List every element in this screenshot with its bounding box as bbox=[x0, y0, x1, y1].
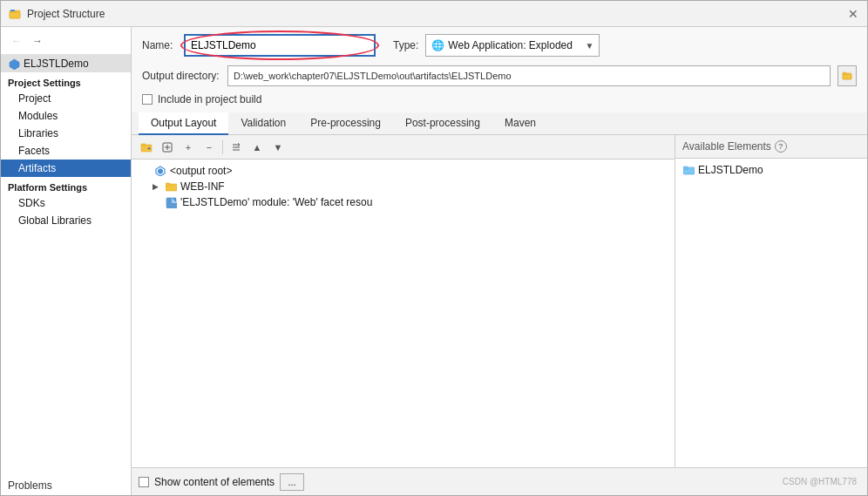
back-button[interactable]: ← bbox=[8, 32, 25, 50]
type-label: Type: bbox=[393, 39, 418, 51]
title-bar-left: Project Structure bbox=[8, 7, 105, 21]
tree-item-webinf[interactable]: ▶ WEB-INF bbox=[132, 179, 675, 194]
create-folder-button[interactable]: + bbox=[137, 139, 156, 156]
right-panel: Name: Type: 🌐 Web Application: Exploded … bbox=[132, 27, 867, 495]
svg-rect-20 bbox=[166, 183, 170, 186]
svg-marker-4 bbox=[10, 59, 19, 70]
artifact-icon bbox=[8, 58, 20, 70]
sort-button[interactable] bbox=[227, 139, 246, 156]
svg-rect-7 bbox=[843, 72, 846, 74]
main-content: ← → ELJSTLDemo Project Settings Project … bbox=[1, 27, 867, 495]
tree-item-output-root[interactable]: <output root> bbox=[132, 163, 675, 179]
add-button[interactable]: + bbox=[179, 139, 198, 156]
right-layout: Available Elements ? ELJSTLDemo bbox=[675, 135, 867, 467]
webinf-folder-icon bbox=[165, 180, 177, 193]
include-build-label: Include in project build bbox=[158, 93, 261, 105]
svg-rect-25 bbox=[683, 166, 688, 169]
platform-settings-header: Platform Settings bbox=[1, 177, 131, 194]
project-settings-header: Project Settings bbox=[1, 72, 131, 90]
include-build-checkbox[interactable] bbox=[142, 94, 153, 105]
available-elements-label: Available Elements bbox=[682, 140, 771, 153]
bottom-bar: Show content of elements ... CSDN @HTML7… bbox=[132, 467, 867, 495]
layout-area: + + − bbox=[132, 135, 867, 467]
help-icon: ? bbox=[775, 140, 787, 153]
sidebar: ← → ELJSTLDemo Project Settings Project … bbox=[1, 27, 132, 495]
show-content-label: Show content of elements bbox=[154, 476, 275, 488]
svg-marker-18 bbox=[158, 168, 163, 174]
sidebar-item-project[interactable]: Project bbox=[1, 90, 131, 107]
type-dropdown-arrow: ▼ bbox=[585, 41, 593, 51]
available-elements-header: Available Elements ? bbox=[675, 135, 867, 159]
sidebar-item-facets[interactable]: Facets bbox=[1, 142, 131, 160]
remove-button[interactable]: − bbox=[200, 139, 219, 156]
tab-output-layout[interactable]: Output Layout bbox=[139, 112, 228, 135]
sidebar-divider bbox=[1, 229, 131, 236]
ellipsis-button[interactable]: ... bbox=[280, 473, 304, 491]
move-down-button[interactable]: ▼ bbox=[268, 139, 288, 156]
output-browse-button[interactable] bbox=[837, 65, 857, 86]
bottom-bar-left: Show content of elements ... bbox=[139, 473, 304, 491]
close-button[interactable]: ✕ bbox=[846, 7, 860, 21]
forward-button[interactable]: → bbox=[29, 32, 46, 50]
watermark: CSDN @HTML778 bbox=[783, 477, 860, 486]
sidebar-item-libraries[interactable]: Libraries bbox=[1, 125, 131, 142]
svg-rect-9 bbox=[141, 144, 146, 146]
svg-rect-6 bbox=[843, 74, 851, 79]
name-label: Name: bbox=[142, 39, 177, 51]
output-label: Output directory: bbox=[142, 70, 220, 82]
available-item-eljstldemo[interactable]: ELJSTLDemo bbox=[675, 162, 867, 178]
layout-toolbar: + + − bbox=[132, 135, 675, 160]
webinf-arrow: ▶ bbox=[153, 182, 161, 191]
svg-rect-3 bbox=[10, 10, 15, 11]
sidebar-toolbar: ← → bbox=[1, 27, 131, 55]
toolbar-separator bbox=[222, 140, 223, 154]
output-root-icon bbox=[154, 165, 166, 177]
tab-validation[interactable]: Validation bbox=[228, 112, 298, 135]
type-select[interactable]: 🌐 Web Application: Exploded ▼ bbox=[425, 34, 600, 57]
include-build-row: Include in project build bbox=[132, 92, 867, 112]
module-resource-label: 'ELJSTLDemo' module: 'Web' facet resou bbox=[180, 196, 372, 208]
svg-rect-1 bbox=[10, 12, 20, 18]
sidebar-item-sdks[interactable]: SDKs bbox=[1, 194, 131, 212]
tab-pre-processing[interactable]: Pre-processing bbox=[298, 112, 393, 135]
type-select-text: Web Application: Exploded bbox=[448, 39, 581, 51]
tab-post-processing[interactable]: Post-processing bbox=[393, 112, 492, 135]
sidebar-item-global-libraries[interactable]: Global Libraries bbox=[1, 212, 131, 229]
project-icon bbox=[8, 7, 22, 21]
sidebar-item-modules[interactable]: Modules bbox=[1, 107, 131, 125]
window-title: Project Structure bbox=[27, 8, 105, 20]
tree-item-module-resource[interactable]: 'ELJSTLDemo' module: 'Web' facet resou bbox=[132, 194, 675, 210]
available-list: ELJSTLDemo bbox=[675, 159, 867, 467]
tabs-row: Output Layout Validation Pre-processing … bbox=[132, 112, 867, 135]
output-row: Output directory: bbox=[132, 64, 867, 92]
extract-button[interactable] bbox=[158, 139, 177, 156]
name-input-wrapper bbox=[184, 34, 376, 57]
sidebar-item-artifacts[interactable]: Artifacts bbox=[1, 160, 131, 177]
output-input[interactable] bbox=[227, 65, 831, 86]
layout-tree: <output root> ▶ WEB-INF bbox=[132, 160, 675, 467]
name-input[interactable] bbox=[184, 34, 376, 57]
available-item-label: ELJSTLDemo bbox=[698, 164, 763, 176]
tab-maven[interactable]: Maven bbox=[492, 112, 548, 135]
sidebar-item-problems[interactable]: Problems bbox=[1, 476, 131, 495]
type-select-icon: 🌐 bbox=[431, 39, 444, 51]
show-content-checkbox[interactable] bbox=[139, 477, 149, 487]
output-root-label: <output root> bbox=[170, 165, 232, 177]
svg-text:+: + bbox=[147, 146, 151, 152]
left-layout: + + − bbox=[132, 135, 675, 467]
title-bar: Project Structure ✕ bbox=[1, 1, 867, 27]
selected-artifact-label: ELJSTLDemo bbox=[24, 58, 89, 70]
selected-artifact-item[interactable]: ELJSTLDemo bbox=[1, 55, 131, 72]
move-up-button[interactable]: ▲ bbox=[248, 139, 267, 156]
module-resource-icon bbox=[165, 196, 177, 208]
available-folder-icon bbox=[682, 164, 695, 176]
webinf-label: WEB-INF bbox=[180, 180, 225, 193]
name-type-row: Name: Type: 🌐 Web Application: Exploded … bbox=[132, 27, 867, 64]
project-structure-window: Project Structure ✕ ← → ELJSTLDemo Proje bbox=[0, 0, 868, 496]
